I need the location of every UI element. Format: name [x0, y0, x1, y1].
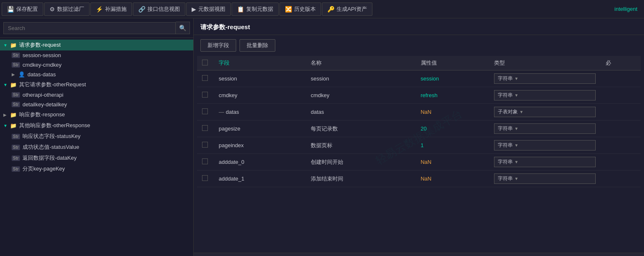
gear-icon: ⚙ [50, 6, 55, 13]
metadata-view-button[interactable]: ▶ 元数据视图 [186, 3, 231, 16]
chevron-down-icon: ▼ [514, 93, 519, 98]
horizontal-scrollbar[interactable] [194, 253, 644, 256]
cell-required [601, 171, 641, 187]
cell-field: cmdkey [214, 87, 306, 104]
select-all-checkbox[interactable] [202, 60, 208, 65]
data-table: 字段 名称 属性值 类型 必 sessionsessionsession 字符串… [197, 56, 641, 187]
tree-label: session-session [22, 52, 61, 58]
batch-delete-button[interactable]: 批量删除 [240, 39, 275, 52]
tree-label: datas-datas [27, 71, 56, 78]
content-toolbar: 新增字段 批量删除 [194, 35, 644, 56]
attr-value: NaN [421, 109, 432, 115]
interface-view-button[interactable]: 🔗 接口信息视图 [133, 3, 185, 16]
tree-label: 其他响应参数-otherResponse [19, 122, 90, 129]
search-button[interactable]: 🔍 [176, 22, 190, 34]
lightning-icon: ⚡ [96, 6, 103, 13]
type-dropdown[interactable]: 子表对象 ▼ [494, 107, 596, 117]
tree-label: 分页key-pageKey [22, 165, 65, 173]
type-dropdown[interactable]: 字符串 ▼ [494, 90, 596, 100]
expand-arrow: ▼ [3, 43, 8, 48]
row-checkbox[interactable] [202, 158, 208, 164]
row-checkbox[interactable] [202, 92, 208, 98]
history-version-button[interactable]: 🔀 历史版本 [280, 3, 321, 16]
patch-measures-button[interactable]: ⚡ 补漏措施 [90, 3, 132, 16]
add-field-button[interactable]: 新增字段 [200, 39, 236, 52]
row-checkbox[interactable] [202, 142, 208, 148]
copy-metadata-button[interactable]: 📋 复制元数据 [232, 3, 279, 16]
type-dropdown[interactable]: 字符串 ▼ [494, 73, 596, 84]
content-panel: 轻易云数据集成平台 请求参数-request 新增字段 批量删除 字段 名称 属… [194, 18, 644, 256]
tree-label: 成功状态值-statusValue [22, 143, 79, 151]
str-badge: Str [12, 53, 20, 58]
save-icon: 💾 [7, 6, 14, 13]
cell-type[interactable]: 字符串 ▼ [489, 137, 601, 154]
chevron-down-icon: ▼ [514, 160, 519, 164]
cell-attr: refresh [416, 87, 489, 104]
cell-name: 添加结束时间 [306, 171, 416, 187]
type-dropdown[interactable]: 字符串 ▼ [494, 173, 596, 184]
type-dropdown[interactable]: 字符串 ▼ [494, 123, 596, 134]
folder-icon: 📁 [10, 112, 17, 118]
intelligent-link[interactable]: intelligent [609, 3, 642, 15]
type-dropdown[interactable]: 字符串 ▼ [494, 140, 596, 151]
copy-metadata-label: 复制元数据 [246, 5, 273, 13]
tree-item-pagekey[interactable]: Str 分页key-pageKey [0, 163, 193, 174]
cell-type[interactable]: 字符串 ▼ [489, 171, 601, 187]
cell-required [601, 120, 641, 137]
cell-name: 数据页标 [306, 137, 416, 154]
cell-name: 每页记录数 [306, 120, 416, 137]
str-badge: Str [12, 134, 20, 139]
col-checkbox [197, 56, 214, 70]
expand-arrow: ▶ [3, 113, 8, 117]
tree-item-otherapi[interactable]: Str otherapi-otherapi [0, 90, 193, 100]
cell-type[interactable]: 子表对象 ▼ [489, 104, 601, 120]
tree-label: 其它请求参数-otherRequest [19, 81, 86, 88]
cell-type[interactable]: 字符串 ▼ [489, 120, 601, 137]
str-badge: Str [12, 145, 20, 150]
cell-type[interactable]: 字符串 ▼ [489, 87, 601, 104]
row-checkbox[interactable] [202, 175, 208, 181]
tree-label: 请求参数-request [19, 41, 61, 49]
gen-api-label: 生成API资产 [337, 5, 367, 13]
cell-type[interactable]: 字符串 ▼ [489, 154, 601, 171]
tree-item-datas[interactable]: ▶ 👤 datas-datas [0, 70, 193, 79]
row-checkbox[interactable] [202, 108, 208, 114]
gen-api-button[interactable]: 🔑 生成API资产 [322, 3, 372, 16]
table-row: pageindex数据页标1 字符串 ▼ [197, 137, 641, 154]
search-input[interactable] [3, 22, 176, 34]
folder-icon: 📁 [10, 123, 17, 129]
data-filter-label: 数据过滤厂 [57, 5, 84, 13]
cell-type[interactable]: 字符串 ▼ [489, 70, 601, 87]
cell-field: pageindex [214, 137, 306, 154]
type-label: 字符串 [498, 142, 513, 149]
tree-item-detailkey[interactable]: Str detailkey-detailkey [0, 100, 193, 109]
cell-attr: NaN [416, 104, 489, 120]
sidebar: 🔍 ▼ 📁 请求参数-request Str session-session S… [0, 18, 194, 256]
data-filter-button[interactable]: ⚙ 数据过滤厂 [44, 3, 90, 16]
history-version-label: 历史版本 [294, 5, 316, 13]
row-checkbox[interactable] [202, 125, 208, 131]
tree-item-cmdkey[interactable]: Str cmdkey-cmdkey [0, 60, 193, 70]
row-checkbox[interactable] [202, 75, 208, 81]
collapse-arrow: ▶ [12, 72, 17, 77]
type-dropdown[interactable]: 字符串 ▼ [494, 157, 596, 167]
table-container[interactable]: 字段 名称 属性值 类型 必 sessionsessionsession 字符串… [194, 56, 644, 253]
str-badge: Str [12, 92, 20, 98]
tree-item-datakey[interactable]: Str 返回数据字段-dataKey [0, 153, 193, 163]
cell-name: session [306, 70, 416, 87]
tree-item-other-response[interactable]: ▼ 📁 其他响应参数-otherResponse [0, 120, 193, 131]
copy-icon: 📋 [237, 6, 244, 13]
tree-item-statuskey[interactable]: Str 响应状态字段-statusKey [0, 131, 193, 142]
key-icon: 🔑 [327, 6, 334, 13]
tree-item-request[interactable]: ▼ 📁 请求参数-request [0, 40, 193, 50]
search-box: 🔍 [0, 18, 193, 38]
save-config-button[interactable]: 💾 保存配置 [2, 3, 43, 16]
tree-item-session[interactable]: Str session-session [0, 50, 193, 60]
table-row: adddate_1添加结束时间NaN 字符串 ▼ [197, 171, 641, 187]
tree-item-other-request[interactable]: ▼ 📁 其它请求参数-otherRequest [0, 79, 193, 90]
tree-item-response[interactable]: ▶ 📁 响应参数-response [0, 109, 193, 120]
tree: ▼ 📁 请求参数-request Str session-session Str… [0, 38, 193, 256]
cell-name: datas [306, 104, 416, 120]
tree-item-statusvalue[interactable]: Str 成功状态值-statusValue [0, 142, 193, 153]
link-icon: 🔗 [138, 6, 145, 13]
